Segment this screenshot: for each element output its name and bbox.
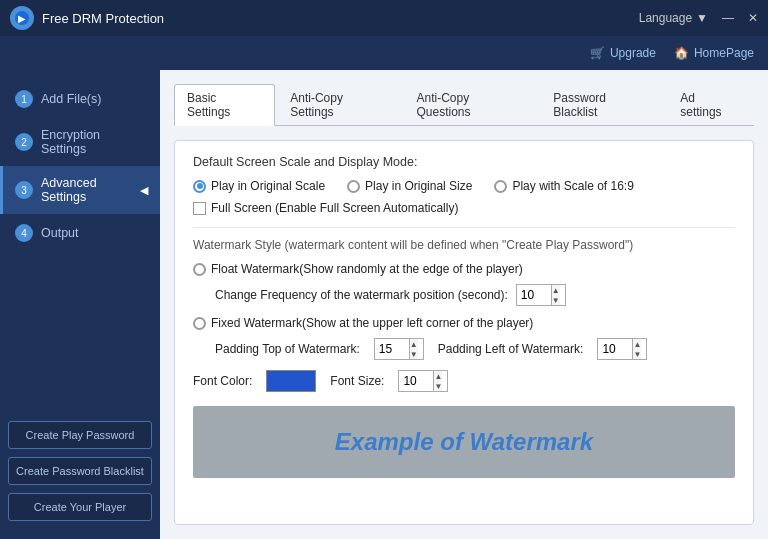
minimize-button[interactable]: — <box>722 11 734 25</box>
padding-row: Padding Top of Watermark: ▲ ▼ Padding Le… <box>215 338 735 360</box>
close-button[interactable]: ✕ <box>748 11 758 25</box>
padding-left-label: Padding Left of Watermark: <box>438 342 584 356</box>
radio-float-watermark-indicator <box>193 263 206 276</box>
padding-top-label: Padding Top of Watermark: <box>215 342 360 356</box>
divider-1 <box>193 227 735 228</box>
padding-top-input[interactable] <box>375 339 409 359</box>
frequency-row: Change Frequency of the watermark positi… <box>215 284 735 306</box>
freq-label: Change Frequency of the watermark positi… <box>215 288 508 302</box>
padding-top-down-arrow[interactable]: ▼ <box>410 349 418 359</box>
float-watermark-label: Float Watermark(Show randomly at the edg… <box>211 262 523 276</box>
create-play-password-button[interactable]: Create Play Password <box>8 421 152 449</box>
active-arrow-icon: ◀ <box>140 184 148 197</box>
screen-scale-label: Default Screen Scale and Display Mode: <box>193 155 735 169</box>
radio-scale-16-9[interactable]: Play with Scale of 16:9 <box>494 179 633 193</box>
watermark-preview: Example of Watermark <box>193 406 735 478</box>
tab-anti-copy-settings[interactable]: Anti-Copy Settings <box>277 84 401 125</box>
create-password-blacklist-button[interactable]: Create Password Blacklist <box>8 457 152 485</box>
sidebar-item-label: Encryption Settings <box>41 128 148 156</box>
font-size-arrows: ▲ ▼ <box>433 371 442 391</box>
font-size-spinner[interactable]: ▲ ▼ <box>398 370 448 392</box>
language-label: Language <box>639 11 692 25</box>
fixed-watermark-row: Fixed Watermark(Show at the upper left c… <box>193 316 735 330</box>
tabs: Basic Settings Anti-Copy Settings Anti-C… <box>174 84 754 126</box>
freq-up-arrow[interactable]: ▲ <box>552 285 560 295</box>
sidebar-item-label: Output <box>41 226 79 240</box>
upgrade-icon: 🛒 <box>590 46 605 60</box>
watermark-preview-text: Example of Watermark <box>335 428 593 456</box>
window-controls: Language ▼ — ✕ <box>639 11 758 25</box>
padding-left-input[interactable] <box>598 339 632 359</box>
fullscreen-label: Full Screen (Enable Full Screen Automati… <box>211 201 458 215</box>
sidebar-item-advanced[interactable]: 3 Advanced Settings ◀ <box>0 166 160 214</box>
padding-top-up-arrow[interactable]: ▲ <box>410 339 418 349</box>
sidebar-item-label: Advanced Settings <box>41 176 132 204</box>
titlebar: ▶ Free DRM Protection Language ▼ — ✕ <box>0 0 768 36</box>
app-logo: ▶ <box>10 6 34 30</box>
language-dropdown-icon[interactable]: ▼ <box>696 11 708 25</box>
font-size-label: Font Size: <box>330 374 384 388</box>
language-selector[interactable]: Language ▼ <box>639 11 708 25</box>
step-2-num: 2 <box>15 133 33 151</box>
upgrade-button[interactable]: 🛒 Upgrade <box>590 46 656 60</box>
freq-spinner[interactable]: ▲ ▼ <box>516 284 566 306</box>
padding-left-up-arrow[interactable]: ▲ <box>633 339 641 349</box>
font-size-input[interactable] <box>399 371 433 391</box>
tab-anti-copy-questions[interactable]: Anti-Copy Questions <box>404 84 539 125</box>
homepage-button[interactable]: 🏠 HomePage <box>674 46 754 60</box>
freq-down-arrow[interactable]: ▼ <box>552 295 560 305</box>
fullscreen-checkbox[interactable]: Full Screen (Enable Full Screen Automati… <box>193 201 735 215</box>
home-icon: 🏠 <box>674 46 689 60</box>
font-color-picker[interactable] <box>266 370 316 392</box>
sidebar-item-output[interactable]: 4 Output <box>0 214 160 252</box>
radio-original-size[interactable]: Play in Original Size <box>347 179 472 193</box>
create-your-player-button[interactable]: Create Your Player <box>8 493 152 521</box>
step-4-num: 4 <box>15 224 33 242</box>
padding-top-spinner[interactable]: ▲ ▼ <box>374 338 424 360</box>
radio-fixed-watermark[interactable]: Fixed Watermark(Show at the upper left c… <box>193 316 533 330</box>
font-size-down-arrow[interactable]: ▼ <box>434 381 442 391</box>
upgrade-label: Upgrade <box>610 46 656 60</box>
app-title: Free DRM Protection <box>42 11 639 26</box>
form-card: Default Screen Scale and Display Mode: P… <box>174 140 754 525</box>
radio-scale-16-9-indicator <box>494 180 507 193</box>
homepage-label: HomePage <box>694 46 754 60</box>
freq-spinner-arrows: ▲ ▼ <box>551 285 560 305</box>
tab-ad-settings[interactable]: Ad settings <box>667 84 752 125</box>
freq-input[interactable] <box>517 285 551 305</box>
font-size-up-arrow[interactable]: ▲ <box>434 371 442 381</box>
sidebar-buttons: Create Play Password Create Password Bla… <box>0 413 160 529</box>
font-row: Font Color: Font Size: ▲ ▼ <box>193 370 735 392</box>
svg-text:▶: ▶ <box>18 13 26 24</box>
radio-float-watermark[interactable]: Float Watermark(Show randomly at the edg… <box>193 262 523 276</box>
step-1-num: 1 <box>15 90 33 108</box>
sidebar: 1 Add File(s) 2 Encryption Settings 3 Ad… <box>0 70 160 539</box>
content-area: Basic Settings Anti-Copy Settings Anti-C… <box>160 70 768 539</box>
tab-password-blacklist[interactable]: Password Blacklist <box>540 84 665 125</box>
tab-basic-settings[interactable]: Basic Settings <box>174 84 275 126</box>
font-color-label: Font Color: <box>193 374 252 388</box>
step-3-num: 3 <box>15 181 33 199</box>
padding-left-spinner[interactable]: ▲ ▼ <box>597 338 647 360</box>
float-watermark-row: Float Watermark(Show randomly at the edg… <box>193 262 735 276</box>
radio-fixed-watermark-indicator <box>193 317 206 330</box>
padding-left-arrows: ▲ ▼ <box>632 339 641 359</box>
scale-radio-group: Play in Original Scale Play in Original … <box>193 179 735 193</box>
watermark-style-label: Watermark Style (watermark content will … <box>193 238 735 252</box>
padding-left-down-arrow[interactable]: ▼ <box>633 349 641 359</box>
radio-original-size-indicator <box>347 180 360 193</box>
fixed-watermark-label: Fixed Watermark(Show at the upper left c… <box>211 316 533 330</box>
fullscreen-checkbox-box <box>193 202 206 215</box>
sidebar-item-add-files[interactable]: 1 Add File(s) <box>0 80 160 118</box>
sidebar-item-encryption[interactable]: 2 Encryption Settings <box>0 118 160 166</box>
main-layout: 1 Add File(s) 2 Encryption Settings 3 Ad… <box>0 70 768 539</box>
padding-top-arrows: ▲ ▼ <box>409 339 418 359</box>
radio-original-scale[interactable]: Play in Original Scale <box>193 179 325 193</box>
radio-original-scale-indicator <box>193 180 206 193</box>
sidebar-item-label: Add File(s) <box>41 92 101 106</box>
toolbar: 🛒 Upgrade 🏠 HomePage <box>0 36 768 70</box>
